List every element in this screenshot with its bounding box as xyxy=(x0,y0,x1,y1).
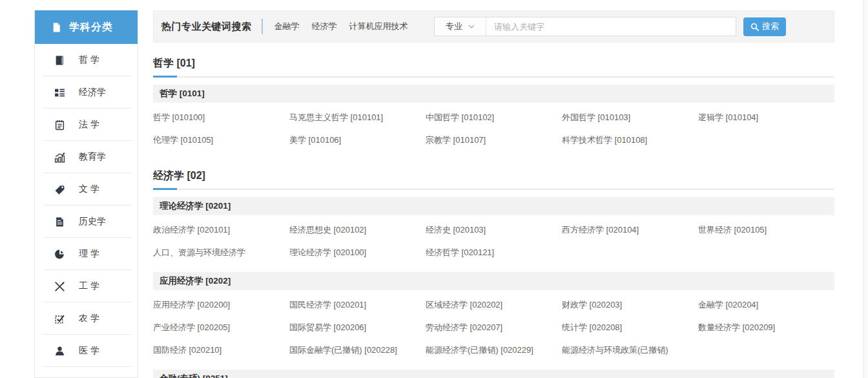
discipline-subsection: 应用经济学 [0202] 应用经济学 [020200] 国民经济学 [02020… xyxy=(153,272,834,362)
major-link[interactable]: 哲学 [010100] xyxy=(153,106,289,129)
sidebar-item-label: 医 学 xyxy=(79,345,99,357)
tag-icon xyxy=(54,184,65,195)
major-link[interactable]: 中国哲学 [010102] xyxy=(426,106,562,129)
search-button-label: 搜索 xyxy=(762,21,779,32)
major-grid: 应用经济学 [020200] 国民经济学 [020201] 区域经济学 [020… xyxy=(153,290,834,362)
sidebar-item-law[interactable]: 法 学 xyxy=(35,109,138,141)
sidebar-item-label: 理 学 xyxy=(79,248,99,260)
search-bar-title: 热门专业关键词搜索 xyxy=(161,21,252,33)
major-link[interactable]: 理论经济学 [020100] xyxy=(289,241,426,264)
pie-chart-icon xyxy=(54,249,65,260)
sidebar-item-economics[interactable]: 经济学 xyxy=(35,76,138,109)
sidebar-item-education[interactable]: 教育学 xyxy=(35,141,138,173)
discipline-subsection: 哲学 [0101] 哲学 [010100] 马克思主义哲学 [010101] 中… xyxy=(153,85,834,152)
sidebar-item-agriculture[interactable]: 农 学 xyxy=(35,302,138,335)
person-icon xyxy=(54,346,65,357)
hot-keyword-link[interactable]: 金融学 xyxy=(274,21,300,32)
sidebar-item-label: 经济学 xyxy=(79,87,106,98)
subsection-header: 理论经济学 [0201] xyxy=(153,197,834,215)
hot-keyword-link[interactable]: 计算机应用技术 xyxy=(349,21,408,32)
major-link[interactable]: 国防经济 [020210] xyxy=(153,339,289,361)
major-link[interactable]: 马克思主义哲学 [010101] xyxy=(289,106,426,129)
sidebar-title: 学科分类 xyxy=(69,21,113,34)
sidebar-item-medicine[interactable]: 医 学 xyxy=(35,335,138,367)
scrollbar[interactable] xyxy=(863,0,868,378)
major-link[interactable]: 区域经济学 [020202] xyxy=(426,293,562,316)
search-icon xyxy=(750,23,759,31)
hot-keywords: 金融学 经济学 计算机应用技术 xyxy=(274,21,408,32)
subsection-header: 金融(专硕) [0251] xyxy=(153,370,834,378)
sidebar-item-label: 农 学 xyxy=(79,313,99,324)
subsection-header: 应用经济学 [0202] xyxy=(153,272,834,290)
major-link[interactable]: 外国哲学 [010103] xyxy=(562,106,698,129)
category-select[interactable]: 专业 xyxy=(435,17,486,36)
major-link[interactable]: 应用经济学 [020200] xyxy=(153,293,289,316)
search-field: 专业 xyxy=(434,17,736,36)
major-link[interactable]: 人口、资源与环境经济学 xyxy=(153,241,289,264)
sidebar-item-philosophy[interactable]: 哲 学 xyxy=(35,44,138,76)
sidebar: 学科分类 哲 学 经济学 法 学 教育学 文 学 历史学 xyxy=(34,10,138,378)
major-link[interactable]: 宗教学 [010107] xyxy=(426,129,562,151)
tools-icon xyxy=(54,281,65,292)
grid-list-icon xyxy=(54,87,65,98)
major-link[interactable]: 逻辑学 [010104] xyxy=(698,106,834,129)
major-link[interactable]: 产业经济学 [020205] xyxy=(153,316,289,339)
search-bar: 热门专业关键词搜索 金融学 经济学 计算机应用技术 专业 搜索 xyxy=(153,10,834,43)
major-link[interactable]: 国际金融学(已撤销) [020228] xyxy=(289,339,426,361)
major-link[interactable]: 政治经济学 [020101] xyxy=(153,218,289,241)
sidebar-item-label: 法 学 xyxy=(79,119,99,131)
sidebar-item-label: 文 学 xyxy=(79,184,99,195)
section-title: 哲学 [01] xyxy=(153,57,834,78)
book-icon xyxy=(54,55,65,66)
chart-growth-icon xyxy=(54,152,65,163)
sidebar-item-science[interactable]: 理 学 xyxy=(35,238,138,270)
section-title: 经济学 [02] xyxy=(153,169,834,190)
sidebar-header: 学科分类 xyxy=(35,10,138,44)
major-link[interactable]: 财政学 [020203] xyxy=(562,293,698,316)
checkbox-icon xyxy=(54,313,65,324)
sidebar-item-label: 历史学 xyxy=(79,216,106,227)
major-link[interactable]: 世界经济 [020105] xyxy=(698,218,834,241)
major-link[interactable]: 经济史 [020103] xyxy=(426,218,562,241)
major-link[interactable]: 国民经济学 [020201] xyxy=(289,293,426,316)
discipline-catalog: 哲学 [01] 哲学 [0101] 哲学 [010100] 马克思主义哲学 [0… xyxy=(153,57,834,378)
discipline-subsection: 理论经济学 [0201] 政治经济学 [020101] 经济思想史 [02010… xyxy=(153,197,834,265)
subsection-header: 哲学 [0101] xyxy=(153,85,834,103)
major-grid: 哲学 [010100] 马克思主义哲学 [010101] 中国哲学 [01010… xyxy=(153,103,834,152)
major-link[interactable]: 国际贸易学 [020206] xyxy=(289,316,426,339)
search-button[interactable]: 搜索 xyxy=(743,17,786,36)
major-link[interactable]: 数量经济学 [020209] xyxy=(698,316,834,339)
major-link[interactable]: 经济思想史 [020102] xyxy=(289,218,426,241)
major-grid: 政治经济学 [020101] 经济思想史 [020102] 经济史 [02010… xyxy=(153,215,834,265)
hot-keyword-link[interactable]: 经济学 xyxy=(312,21,337,32)
search-box: 专业 搜索 xyxy=(434,17,786,36)
document-icon xyxy=(54,216,65,227)
sidebar-item-label: 哲 学 xyxy=(79,54,99,66)
major-link[interactable]: 科学技术哲学 [010108] xyxy=(562,129,698,151)
sidebar-item-label: 教育学 xyxy=(79,151,106,163)
discipline-section: 经济学 [02] 理论经济学 [0201] 政治经济学 [020101] 经济思… xyxy=(153,169,834,378)
chevron-down-icon xyxy=(468,25,475,29)
notepad-icon xyxy=(54,120,65,131)
discipline-subsection: 金融(专硕) [0251] xyxy=(153,370,834,378)
discipline-section: 哲学 [01] 哲学 [0101] 哲学 [010100] 马克思主义哲学 [0… xyxy=(153,57,834,152)
major-link[interactable]: 伦理学 [010105] xyxy=(153,129,289,151)
sidebar-item-engineering[interactable]: 工 学 xyxy=(35,270,138,302)
major-link[interactable]: 经济哲学 [020121] xyxy=(426,241,562,264)
major-link[interactable]: 西方经济学 [020104] xyxy=(562,218,698,241)
major-link[interactable]: 能源经济学(已撤销) [020229] xyxy=(426,339,562,361)
category-select-value: 专业 xyxy=(446,21,462,32)
major-link[interactable]: 劳动经济学 [020207] xyxy=(426,316,562,339)
major-link[interactable]: 美学 [010106] xyxy=(289,129,426,151)
sidebar-item-literature[interactable]: 文 学 xyxy=(35,173,138,205)
sidebar-item-label: 工 学 xyxy=(79,280,99,292)
sidebar-item-history[interactable]: 历史学 xyxy=(35,205,138,238)
catalog-icon xyxy=(51,22,62,33)
major-link[interactable]: 统计学 [020208] xyxy=(562,316,698,339)
major-link[interactable]: 金融学 [020204] xyxy=(698,293,834,316)
search-input[interactable] xyxy=(486,17,736,36)
major-link[interactable]: 能源经济与环境政策(已撤销) xyxy=(562,339,698,361)
vertical-divider xyxy=(262,19,263,34)
